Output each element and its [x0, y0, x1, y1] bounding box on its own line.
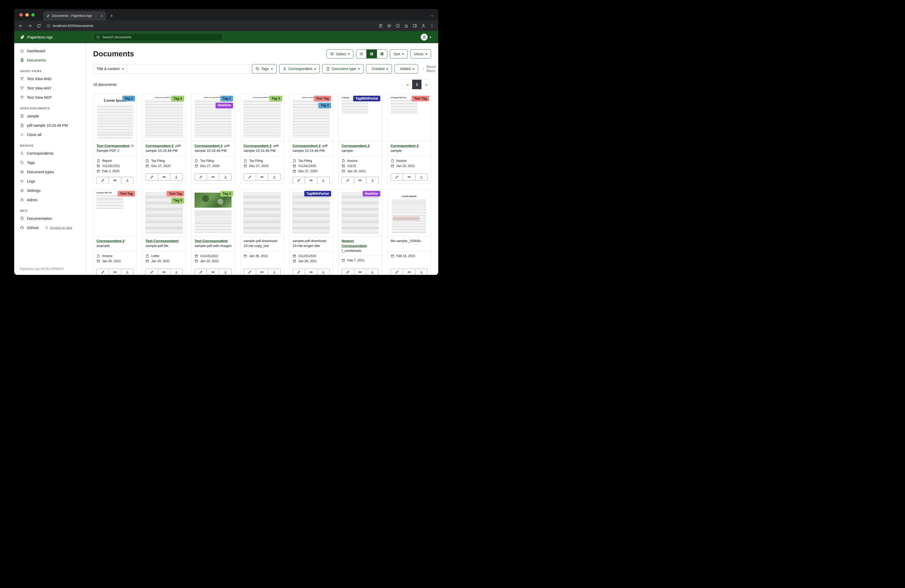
view-button[interactable]	[403, 173, 415, 181]
edit-button[interactable]	[391, 173, 403, 181]
tag-badge[interactable]: Tag 3	[171, 198, 184, 203]
document-thumbnail[interactable]: Adobe Acrobat PDF Files Test Tag Tag 2	[289, 94, 333, 141]
detail-view-button[interactable]	[377, 49, 387, 59]
edit-button[interactable]	[195, 173, 207, 181]
browser-tab[interactable]: Documents - Paperless-ngx	[43, 11, 106, 21]
document-type-row[interactable]: Tax Filing	[142, 158, 186, 163]
view-button[interactable]	[158, 173, 170, 181]
document-type-row[interactable]: Tax Filing	[191, 158, 235, 163]
view-button[interactable]	[158, 269, 170, 275]
download-button[interactable]	[317, 269, 330, 275]
bookmark-icon[interactable]	[387, 24, 391, 28]
filter-text-input[interactable]	[127, 64, 249, 73]
filter-dropdown-button[interactable]: Created	[366, 64, 392, 73]
list-view-button[interactable]	[356, 49, 367, 59]
document-thumbnail[interactable]: TagWithPartial	[289, 189, 333, 236]
tag-badge[interactable]: Tag 2	[221, 96, 233, 101]
current-page-button[interactable]: 1	[412, 80, 422, 89]
view-button[interactable]	[354, 269, 366, 275]
edit-button[interactable]	[341, 269, 354, 275]
document-card[interactable]: Adobe Acrobat PDF Files Test Tag Tag 2 C…	[289, 94, 333, 184]
close-all-button[interactable]: Close all	[14, 130, 86, 139]
edit-button[interactable]	[243, 173, 256, 181]
tag-badge[interactable]: Tag 3	[221, 191, 233, 197]
view-button[interactable]	[207, 173, 219, 181]
correspondent-link[interactable]: Correspondent 2	[391, 144, 419, 147]
view-button[interactable]	[305, 177, 317, 184]
correspondent-link[interactable]: Correspondent 2	[243, 144, 272, 147]
prev-page-button[interactable]: «	[403, 80, 413, 89]
app-logo[interactable]: Paperless-ngx	[19, 34, 53, 40]
sidebar-manage-item[interactable]: Settings	[14, 186, 86, 195]
tab-search-icon[interactable]	[430, 14, 434, 18]
document-thumbnail[interactable]: Test Tag Tag 3	[142, 189, 186, 236]
download-button[interactable]	[268, 269, 281, 275]
document-type-row[interactable]: Invoice	[387, 158, 431, 163]
correspondent-link[interactable]: Test Correspondent	[145, 239, 178, 243]
document-card[interactable]: Tag 3 Test Correspondent: sample-pdf-wit…	[191, 189, 235, 275]
view-button[interactable]	[403, 269, 415, 275]
archive-serial-row[interactable]: #1123	[338, 163, 382, 169]
correspondent-link[interactable]: Correspondent 2	[293, 144, 321, 147]
suggest-idea-link[interactable]: Suggest an idea	[45, 226, 72, 230]
edit-button[interactable]	[195, 269, 207, 275]
document-thumbnail[interactable]: Lorem Ipsum Tag 2	[94, 94, 137, 141]
tab-close-icon[interactable]	[100, 14, 103, 17]
correspondent-link[interactable]: Correspondent 2	[145, 144, 173, 147]
user-menu[interactable]	[421, 33, 432, 41]
document-type-row[interactable]: Tax Filing	[289, 158, 333, 163]
correspondent-link[interactable]: Correspondent 2	[341, 144, 370, 147]
edit-button[interactable]	[145, 173, 158, 181]
sidebar-saved-view-item[interactable]: Test View ANY	[14, 84, 86, 93]
avatar[interactable]	[421, 33, 428, 41]
filter-field-selector[interactable]: Title & content	[93, 64, 127, 73]
url-text[interactable]: localhost:4200/documents	[53, 24, 94, 28]
grid-view-button[interactable]	[366, 49, 377, 59]
window-controls[interactable]	[19, 13, 35, 17]
view-button[interactable]	[256, 269, 268, 275]
tag-badge[interactable]: Test Tag	[118, 191, 135, 197]
sidebar-open-document-item[interactable]: sample	[14, 111, 86, 121]
download-button[interactable]	[121, 177, 133, 184]
edit-button[interactable]	[97, 177, 109, 184]
profile-icon[interactable]	[421, 24, 426, 28]
download-button[interactable]	[268, 173, 281, 181]
tag-badge[interactable]: Test Tag	[411, 96, 429, 101]
document-card[interactable]: Test Tag Tag 3 Test Correspondent: sampl…	[142, 189, 186, 275]
maximize-window-button[interactable]	[31, 13, 35, 17]
filter-dropdown-button[interactable]: Added	[395, 64, 418, 73]
browser-menu-icon[interactable]	[430, 24, 434, 28]
archive-serial-row[interactable]: #112412322	[191, 254, 235, 258]
document-card[interactable]: Adobe Acrobat PDF Files Tag 3 Correspond…	[240, 94, 284, 184]
document-card[interactable]: Adobe Acrobat PDF Files Tag 2 NewOne Cor…	[191, 94, 235, 184]
view-button[interactable]	[109, 269, 121, 275]
forward-button[interactable]	[27, 24, 32, 28]
document-card[interactable]: NewOne Newest Correspondent: f_combineds	[338, 189, 382, 275]
search-input[interactable]	[102, 35, 220, 39]
view-button[interactable]	[109, 177, 121, 184]
document-card[interactable]: Lorem Ipsum Tag 2 Test Correspondent: A …	[93, 94, 137, 184]
document-type-row[interactable]: Invoice	[94, 254, 137, 258]
correspondent-link[interactable]: Test Correspondent	[195, 239, 227, 243]
tag-badge[interactable]: Tag 3	[171, 96, 184, 101]
correspondent-link[interactable]: Correspondent 2	[195, 144, 222, 147]
browser-info-icon[interactable]	[395, 24, 400, 28]
tag-badge[interactable]: NewOne	[216, 103, 233, 108]
select-button[interactable]: Select	[327, 49, 353, 59]
extensions-icon[interactable]	[404, 24, 408, 28]
document-card[interactable]: Lorem ipsum file-sample_150kBs	[387, 189, 431, 275]
download-button[interactable]	[170, 173, 183, 181]
document-card[interactable]: A Simple TagWithPartial Correspondent 2:…	[338, 94, 382, 184]
document-card[interactable]: sample-pdf-download-10-mb copy_red Jan 2…	[240, 189, 284, 275]
sidebar-manage-item[interactable]: Admin	[14, 195, 86, 204]
sidebar-manage-item[interactable]: Correspondents	[14, 149, 86, 158]
back-button[interactable]	[18, 24, 23, 28]
download-button[interactable]	[219, 173, 232, 181]
download-button[interactable]	[415, 173, 428, 181]
download-button[interactable]	[366, 177, 378, 184]
document-card[interactable]: Adobe Acrobat PDF Files Tag 3 Correspond…	[142, 94, 186, 184]
document-thumbnail[interactable]: NewOne	[338, 189, 382, 236]
edit-button[interactable]	[145, 269, 158, 275]
download-button[interactable]	[415, 269, 428, 275]
download-button[interactable]	[121, 269, 133, 275]
